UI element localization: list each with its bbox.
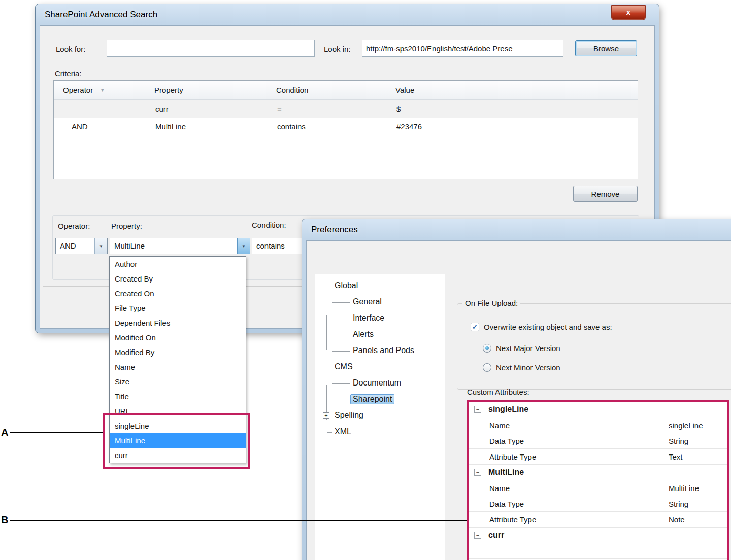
tree-connector [327,383,350,384]
column-header-operator[interactable]: Operator▼ [54,81,145,99]
attribute-group-row[interactable]: − MultiLine [469,465,727,480]
next-major-version-radio-row[interactable]: Next Major Version [483,344,560,353]
tree-connector [327,432,333,433]
condition-label: Condition: [252,221,286,229]
radio-unselected-icon[interactable] [483,363,491,372]
property-option[interactable]: Created On [110,286,246,301]
cell-operator: AND [54,118,145,135]
cell-condition: contains [267,118,386,135]
tree-item-spelling[interactable]: + Spelling [315,409,445,423]
look-for-label: Look for: [56,45,85,53]
column-header-value[interactable]: Value [386,81,569,99]
tree-item-alerts[interactable]: Alerts [315,328,445,341]
tree-item-label: Sharepoint [350,394,394,404]
property-option[interactable]: Created By [110,271,246,286]
operator-combo[interactable]: AND ▼ [55,238,108,254]
sort-arrow-icon: ▼ [100,81,105,100]
look-for-input[interactable] [107,40,315,57]
attribute-group-row[interactable]: − singleLine [469,402,727,417]
property-option[interactable]: Title [110,389,246,404]
tree-connector [327,335,350,335]
property-option[interactable]: Modified On [110,330,246,345]
expand-icon[interactable]: + [323,412,329,419]
chevron-down-icon[interactable]: ▼ [94,238,107,254]
tree-item-documentum[interactable]: Documentum [315,377,445,390]
tree-connector [327,319,350,319]
attribute-prop: Attribute Type [469,449,664,464]
attribute-group-name: singleLine [488,405,528,414]
overwrite-checkbox-row[interactable]: ✓ Overwrite existing object and save as: [471,323,612,331]
tree-item-sharepoint[interactable]: Sharepoint [315,393,445,406]
attribute-row[interactable] [469,543,727,559]
property-option[interactable]: Modified By [110,345,246,360]
tree-item-interface[interactable]: Interface [315,312,445,325]
close-icon: x [626,8,630,16]
annotation-box-a [103,413,250,469]
tree-item-global[interactable]: − Global [315,279,445,293]
property-option[interactable]: Author [110,257,246,271]
property-combo[interactable]: MultiLine ▼ [110,238,250,254]
next-minor-label: Next Minor Version [496,363,560,372]
collapse-icon[interactable]: − [323,283,329,289]
tree-connector [327,400,350,400]
custom-attributes-label: Custom Attributes: [467,388,529,396]
attribute-row[interactable]: Attribute Type Text [469,449,727,465]
attribute-value: String [664,496,727,511]
collapse-icon[interactable]: − [474,532,481,539]
cell-value: #23476 [386,118,569,135]
attribute-prop: Name [469,480,664,496]
tree-item-cms[interactable]: − CMS [315,361,445,374]
callout-a-letter: A [1,427,8,438]
attribute-prop: Attribute Type [469,512,664,527]
preferences-dialog: Preferences − Global General Interface A… [302,219,731,560]
column-header-property[interactable]: Property [145,81,267,99]
chevron-down-icon[interactable]: ▼ [237,238,250,254]
radio-selected-icon[interactable] [483,344,491,353]
collapse-icon[interactable]: − [323,364,329,370]
operator-label: Operator: [58,222,90,230]
attribute-group-row[interactable]: − curr [469,528,727,543]
callout-b-line [10,520,467,521]
overwrite-label: Overwrite existing object and save as: [484,323,612,331]
tree-item-panels-and-pods[interactable]: Panels and Pods [315,344,445,358]
attribute-value: String [664,433,727,448]
custom-attributes-grid: − singleLine Name singleLine Data Type S… [467,400,729,560]
tree-connector [327,351,350,352]
screenshot-canvas: SharePoint Advanced Search x Look for: L… [0,0,731,560]
remove-button[interactable]: Remove [573,186,638,202]
property-option[interactable]: Size [110,374,246,389]
column-header-filler [569,81,638,99]
tree-item-xml[interactable]: XML [315,426,445,439]
attribute-row[interactable]: Data Type String [469,496,727,512]
tree-item-label: Documentum [353,378,401,388]
attribute-row[interactable]: Name singleLine [469,417,727,433]
attribute-prop: Data Type [469,433,664,448]
cell-condition: = [267,100,386,118]
browse-button[interactable]: Browse [575,40,637,56]
callout-a-line [10,432,103,433]
attribute-row[interactable]: Attribute Type Note [469,512,727,528]
collapse-icon[interactable]: − [474,469,481,476]
criteria-label: Criteria: [55,69,82,78]
close-button[interactable]: x [611,5,646,20]
criteria-row[interactable]: curr = $ [54,100,638,118]
look-in-input[interactable] [362,40,563,57]
attribute-row[interactable]: Name MultiLine [469,480,727,496]
attribute-value [664,543,727,558]
property-option[interactable]: File Type [110,301,246,316]
next-minor-version-radio-row[interactable]: Next Minor Version [483,363,560,372]
operator-combo-value: AND [56,238,94,254]
collapse-icon[interactable]: − [474,406,481,413]
column-header-condition[interactable]: Condition [267,81,386,99]
tree-item-general[interactable]: General [315,296,445,309]
checkbox-checked-icon[interactable]: ✓ [471,323,479,331]
cell-property: MultiLine [145,118,267,135]
property-option[interactable]: Name [110,360,246,374]
attribute-row[interactable]: Data Type String [469,433,727,449]
next-major-label: Next Major Version [496,344,560,353]
tree-item-label: Interface [353,313,384,323]
criteria-row[interactable]: AND MultiLine contains #23476 [54,118,638,135]
property-option[interactable]: Dependent Files [110,316,246,330]
cell-property: curr [145,100,267,118]
dialog-title: Preferences [311,225,358,235]
